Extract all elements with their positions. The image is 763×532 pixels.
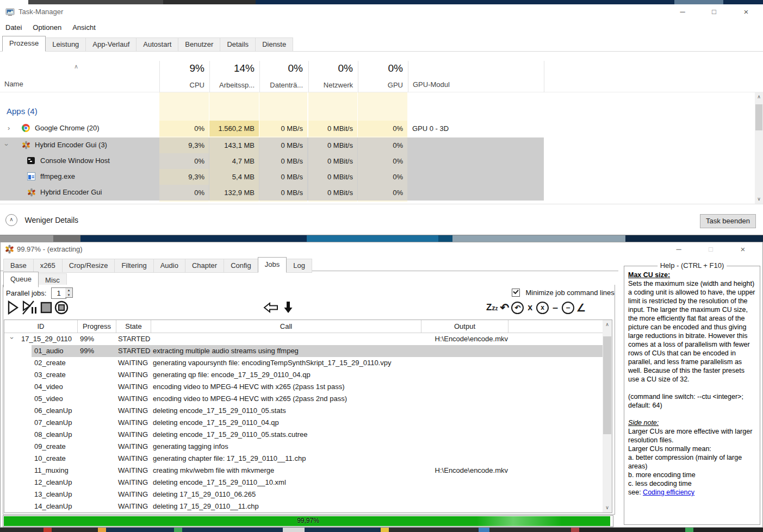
job-row-02_create[interactable]: 02_createWAITINGgenerating vapoursynth f… bbox=[4, 357, 603, 369]
menu-item-optionen[interactable]: Optionen bbox=[27, 21, 67, 32]
menu-item-datei[interactable]: Datei bbox=[0, 21, 27, 32]
jobs-column-header-output[interactable]: Output bbox=[421, 320, 508, 333]
job-row-06_cleanUp[interactable]: 06_cleanUpWAITINGdeleting encode_17_15_2… bbox=[4, 405, 603, 417]
job-row-03_create[interactable]: 03_createWAITINGgenerating qp file: enco… bbox=[4, 369, 603, 381]
collapse-chevron-icon[interactable]: › bbox=[8, 337, 16, 339]
parallel-jobs-stepper[interactable]: ▲▼ bbox=[65, 287, 73, 298]
move-back-icon[interactable] bbox=[263, 302, 278, 313]
tab-audio[interactable]: Audio bbox=[153, 259, 185, 273]
job-row-08_cleanUp[interactable]: 08_cleanUpWAITINGdeleting encode_17_15_2… bbox=[4, 429, 603, 441]
tab-app-verlauf[interactable]: App-Verlauf bbox=[85, 37, 137, 52]
checkbox-checked-icon[interactable] bbox=[512, 289, 520, 297]
scrollbar-thumb[interactable] bbox=[603, 336, 611, 434]
process-row-console-window-host[interactable]: Console Window Host0%4,7 MB0 MB/s0 MBit/… bbox=[0, 153, 755, 169]
job-row-14_cleanUp[interactable]: 14_cleanUpWAITINGdeleting 17_15_29_0110_… bbox=[4, 500, 603, 512]
sort-ascending-icon[interactable]: ∧ bbox=[74, 63, 78, 70]
tab-x265[interactable]: x265 bbox=[33, 259, 63, 273]
column-header-name[interactable]: Name bbox=[4, 80, 23, 88]
hybrid-window: 99.97% - (extracting) ─ □ × Basex265Crop… bbox=[0, 242, 763, 528]
close-icon[interactable]: × bbox=[731, 242, 755, 256]
reset-all-jobs-icon[interactable]: ↶ bbox=[511, 302, 524, 314]
start-jobs-icon[interactable] bbox=[7, 301, 20, 315]
expand-chevron-icon[interactable]: › bbox=[8, 124, 10, 132]
pause-after-current-icon[interactable] bbox=[22, 300, 38, 315]
job-row-12_cleanUp[interactable]: 12_cleanUpWAITINGdeleting encode_17_15_2… bbox=[4, 477, 603, 489]
parallel-jobs-input[interactable]: 1 bbox=[51, 287, 66, 299]
stepper-up-icon[interactable]: ▲ bbox=[65, 288, 72, 293]
sleep-after-jobs-icon[interactable]: Zzz bbox=[486, 302, 498, 313]
minimize-command-lines-checkbox[interactable]: Minimize job command lines bbox=[512, 287, 615, 296]
jobs-column-header-progress[interactable]: Progress bbox=[78, 320, 116, 333]
tab-leistung[interactable]: Leistung bbox=[45, 37, 86, 52]
maximize-icon[interactable]: □ bbox=[699, 242, 723, 256]
column-header-gpu-module[interactable]: GPU-Modul bbox=[408, 61, 544, 92]
jobs-column-header-id[interactable]: ID bbox=[4, 320, 78, 333]
job-id: 02_create bbox=[34, 357, 66, 369]
tab-prozesse[interactable]: Prozesse bbox=[2, 36, 46, 52]
cell-c1: 4,7 MB bbox=[209, 153, 259, 169]
end-task-button[interactable]: Task beenden bbox=[700, 214, 756, 228]
group-row-apps[interactable]: Apps (4) bbox=[0, 92, 755, 121]
job-row-11_muxing[interactable]: 11_muxingWAITINGcreating mkv/webm file w… bbox=[4, 465, 603, 477]
scroll-up-icon[interactable]: ∧ bbox=[603, 320, 612, 329]
close-icon[interactable]: × bbox=[734, 4, 759, 20]
minimize-icon[interactable]: ─ bbox=[667, 242, 691, 256]
jobs-column-header-call[interactable]: Call bbox=[151, 320, 421, 333]
window-title: Task-Manager bbox=[18, 8, 63, 16]
delete-all-jobs-icon[interactable]: x bbox=[536, 302, 549, 314]
delete-job-icon[interactable]: x bbox=[526, 303, 534, 312]
scrollbar-thumb[interactable] bbox=[755, 104, 762, 130]
process-row-ffmpeg-exe[interactable]: ffmpeg.exe9,3%5,4 MB0 MB/s0 MBit/s0% bbox=[0, 169, 755, 185]
jobs-table-scrollbar[interactable]: ∧ ∨ bbox=[603, 320, 612, 512]
menu-item-ansicht[interactable]: Ansicht bbox=[67, 21, 101, 32]
tab-jobs[interactable]: Jobs bbox=[258, 257, 287, 273]
force-stop-icon[interactable] bbox=[54, 301, 69, 315]
tab-dienste[interactable]: Dienste bbox=[255, 37, 293, 52]
collapse-chevron-icon[interactable]: › bbox=[3, 143, 11, 146]
remove-all-entries-icon[interactable]: – bbox=[562, 302, 574, 314]
less-details-button[interactable]: ∧ Weniger Details bbox=[5, 214, 78, 227]
subtab-queue[interactable]: Queue bbox=[3, 272, 39, 287]
job-row-09_create[interactable]: 09_createWAITINGgenerating tagging infos bbox=[4, 441, 603, 453]
minimize-icon[interactable]: ─ bbox=[670, 4, 695, 20]
job-row-13_cleanUp[interactable]: 13_cleanUpWAITINGdeleting 17_15_29_0110_… bbox=[4, 489, 603, 500]
tab-base[interactable]: Base bbox=[3, 259, 34, 273]
stepper-down-icon[interactable]: ▼ bbox=[65, 293, 72, 298]
column-header-datentr[interactable]: 0%Datenträ... bbox=[259, 61, 307, 92]
scroll-down-icon[interactable]: ∨ bbox=[755, 195, 763, 204]
coding-efficiency-link[interactable]: Coding efficiency bbox=[643, 489, 694, 496]
tab-crop-resize[interactable]: Crop/Resize bbox=[62, 259, 115, 273]
tab-chapter[interactable]: Chapter bbox=[185, 259, 224, 273]
column-header-gpu[interactable]: 0%GPU bbox=[358, 61, 407, 92]
task-manager-titlebar[interactable]: Task-Manager ─ □ × bbox=[0, 4, 763, 20]
job-row-04_video[interactable]: 04_videoWAITINGencoding video to MPEG-4 … bbox=[4, 381, 603, 393]
job-row-17_15_29_0110[interactable]: ›17_15_29_011099%STARTEDH:\Encode\encode… bbox=[4, 333, 603, 345]
tab-details[interactable]: Details bbox=[220, 37, 256, 52]
reset-job-icon[interactable]: ↶ bbox=[500, 301, 509, 314]
scroll-down-icon[interactable]: ∨ bbox=[603, 503, 612, 512]
column-header-netzwerk[interactable]: 0%Netzwerk bbox=[308, 61, 357, 92]
clear-angle-icon[interactable]: ∠ bbox=[576, 302, 586, 314]
job-row-10_create[interactable]: 10_createWAITINGgenerating chapter file:… bbox=[4, 453, 603, 465]
move-down-icon[interactable] bbox=[284, 302, 293, 314]
jobs-column-header-state[interactable]: State bbox=[116, 320, 151, 333]
column-header-arbeitssp[interactable]: 14%Arbeitssp... bbox=[209, 61, 259, 92]
tab-config[interactable]: Config bbox=[224, 259, 258, 273]
column-header-cpu[interactable]: 9%CPU bbox=[159, 61, 209, 92]
tab-benutzer[interactable]: Benutzer bbox=[178, 37, 220, 52]
hybrid-titlebar[interactable]: 99.97% - (extracting) ─ □ × bbox=[1, 242, 762, 256]
remove-entry-icon[interactable]: – bbox=[551, 302, 560, 314]
process-row-hybrid-encoder-gui-3-[interactable]: ›Hybrid Encoder Gui (3)9,3%143,1 MB0 MB/… bbox=[0, 137, 755, 153]
scroll-up-icon[interactable]: ∧ bbox=[755, 92, 763, 102]
maximize-icon[interactable]: □ bbox=[702, 4, 727, 20]
tab-filtering[interactable]: Filtering bbox=[114, 259, 153, 273]
job-row-05_video[interactable]: 05_videoWAITINGencoding video to MPEG-4 … bbox=[4, 393, 603, 405]
job-row-01_audio[interactable]: 01_audio99%STARTEDextracting multiple au… bbox=[4, 345, 603, 357]
tab-autostart[interactable]: Autostart bbox=[136, 37, 178, 52]
stop-jobs-icon[interactable] bbox=[40, 302, 52, 314]
process-list-scrollbar[interactable]: ∧ ∨ bbox=[755, 92, 763, 204]
tab-log[interactable]: Log bbox=[286, 259, 312, 273]
job-row-07_cleanUp[interactable]: 07_cleanUpWAITINGdeleting encode_17_15_2… bbox=[4, 417, 603, 429]
process-row-hybrid-encoder-gui[interactable]: Hybrid Encoder Gui0%132,9 MB0 MB/s0 MBit… bbox=[0, 185, 755, 201]
process-row-google-chrome-20-[interactable]: ›Google Chrome (20)0%1.560,2 MB0 MB/s0 M… bbox=[0, 121, 755, 136]
